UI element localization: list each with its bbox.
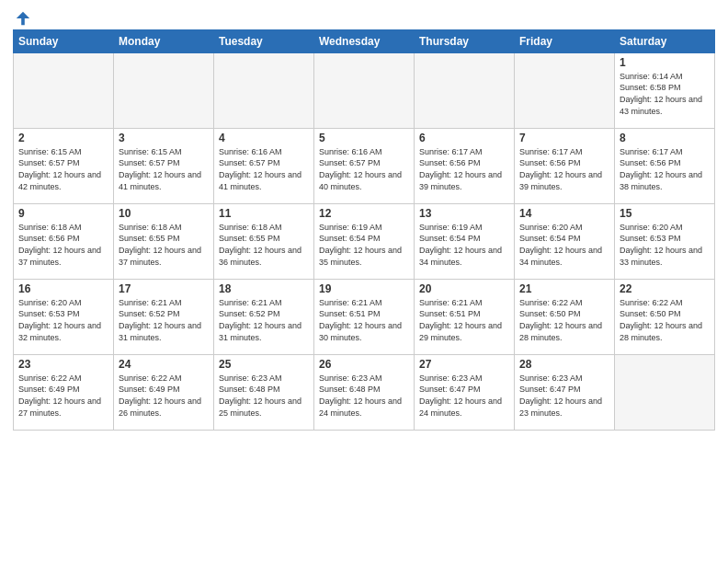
day-info: Sunrise: 6:18 AM Sunset: 6:56 PM Dayligh… xyxy=(18,222,108,268)
day-number: 10 xyxy=(119,207,209,220)
calendar-week-2: 2Sunrise: 6:15 AM Sunset: 6:57 PM Daylig… xyxy=(14,128,715,203)
day-number: 6 xyxy=(419,132,509,144)
calendar-cell: 12Sunrise: 6:19 AM Sunset: 6:54 PM Dayli… xyxy=(314,203,415,279)
day-info: Sunrise: 6:20 AM Sunset: 6:53 PM Dayligh… xyxy=(620,222,710,268)
day-info: Sunrise: 6:18 AM Sunset: 6:55 PM Dayligh… xyxy=(119,222,209,268)
day-info: Sunrise: 6:23 AM Sunset: 6:47 PM Dayligh… xyxy=(519,373,609,419)
calendar-cell: 28Sunrise: 6:23 AM Sunset: 6:47 PM Dayli… xyxy=(515,354,615,430)
day-number: 12 xyxy=(319,207,409,220)
day-info: Sunrise: 6:23 AM Sunset: 6:48 PM Dayligh… xyxy=(219,373,309,419)
day-number: 3 xyxy=(119,132,209,144)
calendar-cell: 24Sunrise: 6:22 AM Sunset: 6:49 PM Dayli… xyxy=(114,354,214,430)
calendar-cell: 19Sunrise: 6:21 AM Sunset: 6:51 PM Dayli… xyxy=(314,279,415,354)
day-number: 23 xyxy=(18,358,108,371)
calendar-cell: 4Sunrise: 6:16 AM Sunset: 6:57 PM Daylig… xyxy=(214,128,314,203)
calendar-cell: 9Sunrise: 6:18 AM Sunset: 6:56 PM Daylig… xyxy=(14,203,114,279)
day-info: Sunrise: 6:21 AM Sunset: 6:51 PM Dayligh… xyxy=(419,297,509,343)
calendar-cell xyxy=(14,52,114,128)
day-info: Sunrise: 6:21 AM Sunset: 6:52 PM Dayligh… xyxy=(219,297,309,343)
day-info: Sunrise: 6:18 AM Sunset: 6:55 PM Dayligh… xyxy=(219,222,309,268)
calendar-week-4: 16Sunrise: 6:20 AM Sunset: 6:53 PM Dayli… xyxy=(14,279,715,354)
weekday-header-saturday: Saturday xyxy=(615,29,715,52)
day-info: Sunrise: 6:20 AM Sunset: 6:53 PM Dayligh… xyxy=(18,297,108,343)
calendar-cell: 6Sunrise: 6:17 AM Sunset: 6:56 PM Daylig… xyxy=(415,128,515,203)
calendar-cell xyxy=(214,52,314,128)
calendar-cell: 10Sunrise: 6:18 AM Sunset: 6:55 PM Dayli… xyxy=(114,203,214,279)
calendar-cell xyxy=(114,52,214,128)
calendar-cell: 2Sunrise: 6:15 AM Sunset: 6:57 PM Daylig… xyxy=(14,128,114,203)
day-info: Sunrise: 6:14 AM Sunset: 6:58 PM Dayligh… xyxy=(620,71,710,117)
calendar-cell: 20Sunrise: 6:21 AM Sunset: 6:51 PM Dayli… xyxy=(415,279,515,354)
calendar-cell: 18Sunrise: 6:21 AM Sunset: 6:52 PM Dayli… xyxy=(214,279,314,354)
day-info: Sunrise: 6:21 AM Sunset: 6:52 PM Dayligh… xyxy=(119,297,209,343)
day-number: 16 xyxy=(18,282,108,295)
day-number: 18 xyxy=(219,282,309,295)
calendar-cell: 27Sunrise: 6:23 AM Sunset: 6:47 PM Dayli… xyxy=(415,354,515,430)
weekday-header-row: SundayMondayTuesdayWednesdayThursdayFrid… xyxy=(14,29,715,52)
calendar-cell: 11Sunrise: 6:18 AM Sunset: 6:55 PM Dayli… xyxy=(214,203,314,279)
weekday-header-wednesday: Wednesday xyxy=(314,29,415,52)
day-info: Sunrise: 6:23 AM Sunset: 6:48 PM Dayligh… xyxy=(319,373,409,419)
calendar-cell xyxy=(415,52,515,128)
day-number: 22 xyxy=(620,282,710,295)
calendar-cell: 26Sunrise: 6:23 AM Sunset: 6:48 PM Dayli… xyxy=(314,354,415,430)
day-info: Sunrise: 6:19 AM Sunset: 6:54 PM Dayligh… xyxy=(419,222,509,268)
calendar-cell: 14Sunrise: 6:20 AM Sunset: 6:54 PM Dayli… xyxy=(515,203,615,279)
day-number: 21 xyxy=(519,282,609,295)
day-info: Sunrise: 6:17 AM Sunset: 6:56 PM Dayligh… xyxy=(419,146,509,192)
day-info: Sunrise: 6:17 AM Sunset: 6:56 PM Dayligh… xyxy=(519,146,609,192)
day-info: Sunrise: 6:15 AM Sunset: 6:57 PM Dayligh… xyxy=(119,146,209,192)
day-number: 2 xyxy=(18,132,108,144)
day-number: 25 xyxy=(219,358,309,371)
day-number: 8 xyxy=(620,132,710,144)
calendar-cell: 17Sunrise: 6:21 AM Sunset: 6:52 PM Dayli… xyxy=(114,279,214,354)
day-info: Sunrise: 6:21 AM Sunset: 6:51 PM Dayligh… xyxy=(319,297,409,343)
day-number: 28 xyxy=(519,358,609,371)
day-info: Sunrise: 6:23 AM Sunset: 6:47 PM Dayligh… xyxy=(419,373,509,419)
header xyxy=(13,9,715,24)
day-number: 15 xyxy=(620,207,710,220)
weekday-header-tuesday: Tuesday xyxy=(214,29,314,52)
day-info: Sunrise: 6:22 AM Sunset: 6:49 PM Dayligh… xyxy=(18,373,108,419)
calendar-cell xyxy=(615,354,715,430)
day-number: 9 xyxy=(18,207,108,220)
day-number: 13 xyxy=(419,207,509,220)
day-number: 4 xyxy=(219,132,309,144)
calendar-cell: 15Sunrise: 6:20 AM Sunset: 6:53 PM Dayli… xyxy=(615,203,715,279)
day-number: 7 xyxy=(519,132,609,144)
day-info: Sunrise: 6:22 AM Sunset: 6:50 PM Dayligh… xyxy=(620,297,710,343)
calendar-cell: 13Sunrise: 6:19 AM Sunset: 6:54 PM Dayli… xyxy=(415,203,515,279)
logo xyxy=(13,9,31,24)
calendar-cell: 25Sunrise: 6:23 AM Sunset: 6:48 PM Dayli… xyxy=(214,354,314,430)
day-number: 26 xyxy=(319,358,409,371)
day-number: 5 xyxy=(319,132,409,144)
calendar-week-3: 9Sunrise: 6:18 AM Sunset: 6:56 PM Daylig… xyxy=(14,203,715,279)
day-info: Sunrise: 6:20 AM Sunset: 6:54 PM Dayligh… xyxy=(519,222,609,268)
day-number: 20 xyxy=(419,282,509,295)
calendar-cell: 21Sunrise: 6:22 AM Sunset: 6:50 PM Dayli… xyxy=(515,279,615,354)
calendar-container: SundayMondayTuesdayWednesdayThursdayFrid… xyxy=(0,0,728,563)
day-info: Sunrise: 6:16 AM Sunset: 6:57 PM Dayligh… xyxy=(219,146,309,192)
weekday-header-monday: Monday xyxy=(114,29,214,52)
calendar-cell: 16Sunrise: 6:20 AM Sunset: 6:53 PM Dayli… xyxy=(14,279,114,354)
day-number: 19 xyxy=(319,282,409,295)
calendar-cell: 23Sunrise: 6:22 AM Sunset: 6:49 PM Dayli… xyxy=(14,354,114,430)
calendar-cell xyxy=(314,52,415,128)
day-info: Sunrise: 6:17 AM Sunset: 6:56 PM Dayligh… xyxy=(620,146,710,192)
weekday-header-sunday: Sunday xyxy=(14,29,114,52)
calendar-cell: 8Sunrise: 6:17 AM Sunset: 6:56 PM Daylig… xyxy=(615,128,715,203)
calendar-cell: 5Sunrise: 6:16 AM Sunset: 6:57 PM Daylig… xyxy=(314,128,415,203)
day-number: 1 xyxy=(620,56,710,69)
weekday-header-friday: Friday xyxy=(515,29,615,52)
day-info: Sunrise: 6:22 AM Sunset: 6:50 PM Dayligh… xyxy=(519,297,609,343)
calendar-week-1: 1Sunrise: 6:14 AM Sunset: 6:58 PM Daylig… xyxy=(14,52,715,128)
calendar-week-5: 23Sunrise: 6:22 AM Sunset: 6:49 PM Dayli… xyxy=(14,354,715,430)
day-info: Sunrise: 6:16 AM Sunset: 6:57 PM Dayligh… xyxy=(319,146,409,192)
day-info: Sunrise: 6:22 AM Sunset: 6:49 PM Dayligh… xyxy=(119,373,209,419)
calendar-cell: 1Sunrise: 6:14 AM Sunset: 6:58 PM Daylig… xyxy=(615,52,715,128)
calendar-cell: 3Sunrise: 6:15 AM Sunset: 6:57 PM Daylig… xyxy=(114,128,214,203)
weekday-header-thursday: Thursday xyxy=(415,29,515,52)
calendar-cell: 22Sunrise: 6:22 AM Sunset: 6:50 PM Dayli… xyxy=(615,279,715,354)
calendar-cell: 7Sunrise: 6:17 AM Sunset: 6:56 PM Daylig… xyxy=(515,128,615,203)
day-info: Sunrise: 6:15 AM Sunset: 6:57 PM Dayligh… xyxy=(18,146,108,192)
